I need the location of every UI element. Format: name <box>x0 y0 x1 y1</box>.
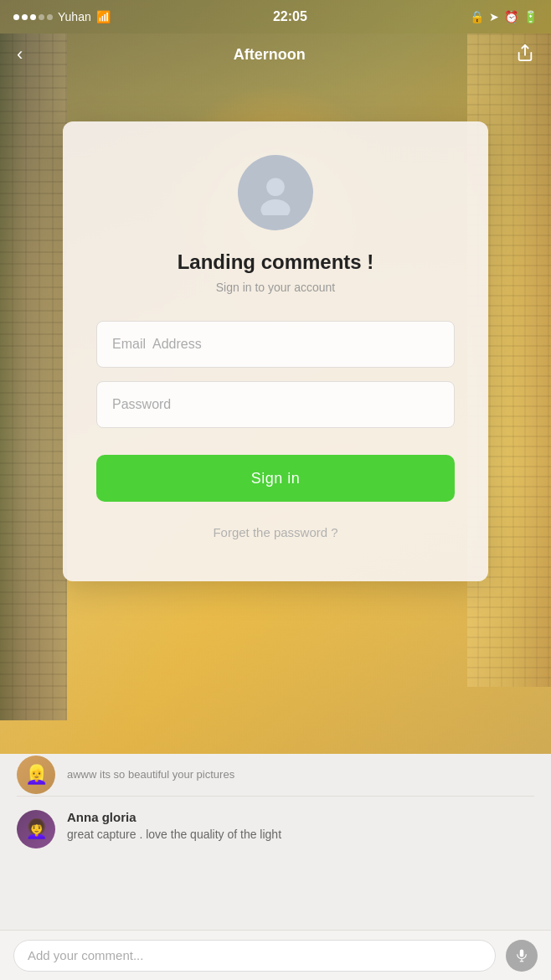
anna-avatar: 👩‍🦱 <box>17 810 55 848</box>
comment-input-bar <box>0 930 551 980</box>
partial-comment-text: awww its so beautiful your pictures <box>67 767 234 782</box>
partial-avatar-face: 👱‍♀️ <box>25 764 48 786</box>
partial-comment: 👱‍♀️ awww its so beautiful your pictures <box>0 754 551 796</box>
svg-point-1 <box>266 178 285 196</box>
dot1 <box>13 14 19 20</box>
email-form-group <box>96 321 455 368</box>
battery-icon: 🔋 <box>523 10 538 23</box>
password-form-group <box>96 381 455 428</box>
partial-avatar: 👱‍♀️ <box>17 756 55 794</box>
mic-button[interactable] <box>506 940 538 972</box>
dot5 <box>47 14 53 20</box>
email-input[interactable] <box>96 321 455 368</box>
location-icon: ➤ <box>489 10 499 23</box>
forget-password-link[interactable]: Forget the password ? <box>213 525 337 539</box>
nav-title: Afternoon <box>234 46 306 64</box>
carrier-name: Yuhan <box>58 10 91 23</box>
mic-icon <box>514 948 529 963</box>
comments-section: 👱‍♀️ awww its so beautiful your pictures… <box>0 754 551 980</box>
dot4 <box>39 14 44 20</box>
comment-author: Anna gloria <box>67 810 534 824</box>
anna-avatar-face: 👩‍🦱 <box>25 818 48 840</box>
status-left: Yuhan 📶 <box>13 10 111 23</box>
alarm-icon: ⏰ <box>504 10 518 23</box>
comment-input[interactable] <box>13 940 496 972</box>
modal-subtitle: Sign in to your account <box>216 281 335 294</box>
status-right: 🔒 ➤ ⏰ 🔋 <box>470 10 538 23</box>
svg-point-2 <box>260 199 290 215</box>
avatar <box>238 155 313 230</box>
share-button[interactable] <box>516 44 534 66</box>
svg-rect-3 <box>520 949 524 957</box>
lock-icon: 🔒 <box>470 10 484 23</box>
comment-text: great capture . love the quality of the … <box>67 827 534 843</box>
modal-title: Landing comments ! <box>178 250 374 274</box>
status-time: 22:05 <box>273 9 307 24</box>
comment-item: 👩‍🦱 Anna gloria great capture . love the… <box>0 797 551 862</box>
avatar-icon <box>253 170 298 215</box>
dot3 <box>30 14 36 20</box>
status-bar: Yuhan 📶 22:05 🔒 ➤ ⏰ 🔋 <box>0 0 551 34</box>
comment-body: Anna gloria great capture . love the qua… <box>67 810 534 843</box>
top-nav: ‹ Afternoon <box>0 34 551 75</box>
back-button[interactable]: ‹ <box>17 44 23 65</box>
sign-in-button[interactable]: Sign in <box>96 455 455 502</box>
signal-dots <box>13 14 53 20</box>
dot2 <box>22 14 28 20</box>
login-modal: Landing comments ! Sign in to your accou… <box>63 121 488 581</box>
wifi-icon: 📶 <box>96 10 111 23</box>
password-input[interactable] <box>96 381 455 428</box>
